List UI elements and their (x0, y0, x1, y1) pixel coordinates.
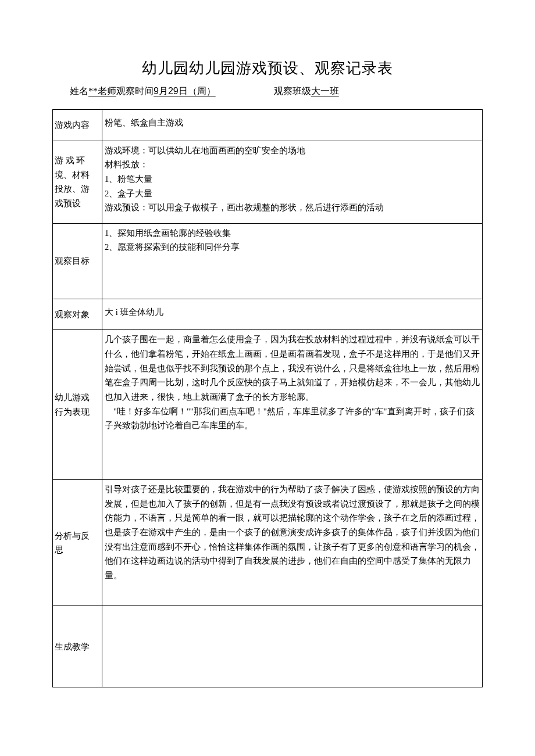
row-label-behavior: 幼儿游戏 行为表现 (53, 330, 102, 479)
row-label-subject: 观察对象 (53, 299, 102, 330)
table-row: 游 戏 环 境、材料 投放、游 戏预设 游戏环境：可以供幼儿在地面画画的空旷安全… (53, 141, 483, 223)
row-value-analysis: 引导对孩子还是比较重要的，我在游戏中的行为帮助了孩子解决了困惑，使游戏按照的预设… (102, 479, 483, 605)
time-label: 观察时间 (116, 86, 154, 96)
row-label-environment: 游 戏 环 境、材料 投放、游 戏预设 (53, 141, 102, 223)
class-value: 大一班 (311, 86, 339, 96)
row-label-goal: 观察目标 (53, 223, 102, 299)
table-row: 游戏内容 粉笔、纸盒自主游戏 (53, 110, 483, 141)
row-value-subject: 大 i 班全体幼儿 (102, 299, 483, 330)
row-label-analysis: 分析与反 思 (53, 479, 102, 605)
row-label-generate: 生成教学 (53, 606, 102, 687)
table-row: 分析与反 思 引导对孩子还是比较重要的，我在游戏中的行为帮助了孩子解决了困惑，使… (53, 479, 483, 605)
row-value-goal: 1、探知用纸盒画轮廓的经验收集 2、愿意将探索到的技能和同伴分享 (102, 223, 483, 299)
table-row: 幼儿游戏 行为表现 几个孩子围在一起，商量着怎么使用盒子，因为我在投放材料的过程… (53, 330, 483, 479)
name-label: 姓名 (70, 86, 88, 96)
name-value: **老师 (88, 86, 116, 96)
row-value-content: 粉笔、纸盒自主游戏 (102, 110, 483, 141)
page-title: 幼儿园幼儿园游戏预设、观察记录表 (52, 58, 483, 78)
class-label: 观察班级 (274, 86, 311, 96)
row-value-generate (102, 606, 483, 687)
header-info: 姓名**老师观察时间9月29日（周） 观察班级大一班 (52, 85, 483, 98)
table-row: 观察对象 大 i 班全体幼儿 (53, 299, 483, 330)
table-row: 生成教学 (53, 606, 483, 687)
row-label-content: 游戏内容 (53, 110, 102, 141)
row-value-environment: 游戏环境：可以供幼儿在地面画画的空旷安全的场地 材料投放： 1、粉笔大量 2、盒… (102, 141, 483, 223)
time-value: 9月29日（周） (154, 86, 216, 96)
row-value-behavior: 几个孩子围在一起，商量着怎么使用盒子，因为我在投放材料的过程过程中，并没有说纸盒… (102, 330, 483, 479)
observation-table: 游戏内容 粉笔、纸盒自主游戏 游 戏 环 境、材料 投放、游 戏预设 游戏环境：… (52, 109, 483, 687)
table-row: 观察目标 1、探知用纸盒画轮廓的经验收集 2、愿意将探索到的技能和同伴分享 (53, 223, 483, 299)
